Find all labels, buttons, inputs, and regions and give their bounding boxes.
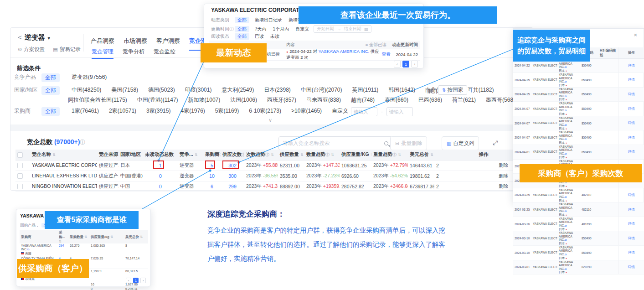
detail-link[interactable]: 详情 [618, 116, 644, 130]
detail-link[interactable]: 详情 [618, 73, 644, 88]
detail-link[interactable]: 详情 [618, 145, 644, 159]
search-icon[interactable] [384, 141, 388, 145]
country-filter-item[interactable]: 西班牙(857) [267, 96, 296, 104]
copy-icon[interactable]: ⧉ [565, 196, 567, 198]
col-product[interactable]: 竞争... ⇅ [178, 150, 203, 160]
buyer-count-item[interactable]: 6-10家(2173) [249, 107, 281, 115]
custom-max-input[interactable] [386, 107, 413, 116]
filter-option[interactable]: 7天内 [255, 26, 267, 32]
detail-link[interactable]: 详情 [618, 202, 644, 217]
company-link[interactable]: YASKAWA AMERICA INC. [319, 49, 370, 54]
current-page[interactable]: 1 [133, 278, 139, 283]
country-filter-item[interactable]: 马来西亚(838) [306, 96, 341, 104]
row-checkbox[interactable] [17, 184, 23, 189]
col-weight[interactable]: 供应重量/KG ⇅ [340, 150, 371, 160]
product-all-chip[interactable]: 全部 [41, 73, 60, 82]
status-all-chip[interactable]: 全部 [235, 33, 249, 40]
buyers-count-link[interactable]: 6 [211, 184, 213, 189]
next-page-button[interactable]: › [411, 61, 418, 67]
time-all-chip[interactable]: 全部 [235, 26, 249, 32]
buyer-count-item[interactable]: 3家(3915) [146, 107, 170, 115]
trade-row[interactable]: 2024-03-01 YASKAWA ELECTRIC CORP...⧉ YAS… [513, 260, 644, 274]
select-all-checkbox[interactable] [17, 152, 23, 158]
col-count-trend[interactable]: 次数趋势ⓘ ⇅ [244, 150, 278, 160]
trade-row[interactable]: 2024-04-15 YASKAWA ELECTRIC CORP...⧉ YAS… [513, 87, 644, 102]
table-row[interactable]: YASKAWA ELECTRIC CORPORATIO⧉ 供应过产... 日本 … [15, 160, 530, 171]
detail-link[interactable]: 详情 [618, 217, 644, 231]
table-row[interactable]: LINEHAUL EXPRESS HK LTD⧉ 供应过产... 中国(香港) … [15, 171, 530, 181]
col-name[interactable]: 竞企名称 ⇅ [30, 150, 97, 160]
buyer-count-item[interactable]: 5家(1169) [215, 107, 239, 115]
col-times[interactable]: 采购... ⇅ [57, 230, 68, 243]
copy-icon[interactable]: ⧉ [565, 210, 567, 212]
country-filter-item[interactable]: 美国(7158) [111, 86, 138, 94]
trade-row[interactable]: 2024-03-10 YASKAWA ELECTRIC CORP...⧉ YAS… [513, 231, 644, 246]
trade-row[interactable]: 2024-04-07 YASKAWA ELECTRIC CORP...⧉ YAS… [513, 130, 644, 145]
copy-icon[interactable]: ⧉ [565, 152, 567, 155]
detail-link[interactable]: 详情 [618, 102, 644, 116]
buyer-count-item[interactable]: >10家(1465) [291, 107, 322, 115]
copy-icon[interactable]: ⧉ [565, 124, 567, 126]
country-filter-item[interactable]: 日本(2398) [264, 86, 291, 94]
copy-icon[interactable]: ⧉ [565, 80, 567, 83]
filter-option[interactable]: 新增出口记录 [255, 17, 282, 23]
product-title[interactable]: 逆变器 [25, 33, 45, 41]
trade-row[interactable]: 2024-03-25 YASKAWA ELECTRIC CORP...⧉ YAS… [513, 202, 644, 217]
country-filter-item[interactable]: 印度(3001) [185, 86, 212, 94]
category-all-chip[interactable]: 全部 [235, 17, 249, 23]
buyer-count-item[interactable]: 4家(1976) [180, 107, 205, 115]
filter-option[interactable]: 1个月内 [273, 26, 289, 32]
country-filter-item[interactable]: 德国(5023) [148, 86, 175, 94]
info-icon[interactable]: ⓘ [80, 139, 85, 145]
country-filter-item[interactable]: 墨西哥(568) [486, 96, 515, 104]
fullscreen-icon[interactable]: ⤢ [493, 139, 498, 147]
col-usd[interactable]: 美元总价 ⇅ [124, 230, 148, 243]
supply-count-link[interactable]: 299 [228, 184, 237, 189]
subtab-competition-analysis[interactable]: 竞争分析 [123, 48, 144, 59]
col-supply[interactable]: 供应次数ⓘ⇅ [221, 150, 244, 160]
trade-row[interactable]: 2024-04-07 YASKAWA ELECTRIC CORP...⧉ YAS… [513, 102, 644, 116]
subtab-competitor-monitor[interactable]: 竞企监控 [154, 48, 175, 59]
trade-row[interactable]: 2024-04-15 YASKAWA ELECTRIC CORP...⧉ YAS… [513, 73, 644, 88]
copy-icon[interactable]: ⧉ [565, 253, 567, 256]
trade-row[interactable]: 2024-03-25 YASKAWA ELECTRIC CORP...⧉ YAS… [513, 188, 644, 202]
custom-columns-button[interactable]: ▥自定义列 [442, 136, 479, 150]
detail-link[interactable]: 详情 [618, 188, 644, 202]
country-filter-item[interactable]: 荷兰(621) [452, 96, 476, 104]
unread-count-link[interactable]: 0 [159, 184, 162, 189]
country-filter-item[interactable]: 中国(香港)(1147) [137, 96, 178, 104]
buyer-count-item[interactable]: 2家(10571) [109, 107, 136, 115]
filter-option[interactable]: 未读 [270, 33, 279, 40]
back-icon[interactable]: < [18, 33, 22, 41]
trade-row[interactable]: 2024-04-01 YASKAWA ELECTRIC CORP...⧉ YAS… [513, 145, 644, 159]
table-row[interactable]: NINGBO INNOVATION ELECTRONI⧉ 供应过产... 中国 … [15, 181, 530, 192]
supply-count-link[interactable]: 300 [228, 173, 237, 179]
times-link[interactable]: 294 [59, 244, 64, 247]
country-filter-item[interactable]: 英国(1911) [352, 86, 379, 94]
trade-records-button[interactable]: ▤贸易记录 [53, 46, 80, 53]
subtab-competitor-manage[interactable]: 竞企管理 [92, 48, 113, 59]
sort-icon[interactable]: ⇅ [52, 153, 56, 157]
country-filter-item[interactable]: 中国(48250) [72, 86, 101, 94]
detail-link[interactable]: 详情 [618, 231, 644, 246]
country-filter-item[interactable]: 越南(748) [351, 96, 375, 104]
chevron-down-icon[interactable]: ▼ [47, 36, 51, 41]
buyer-count-item[interactable]: 1家(76461) [72, 107, 99, 115]
country-filter-item[interactable]: 阿拉伯联合酋长国(1175) [68, 96, 127, 104]
col-qty[interactable]: 采购数量 ⇅ [68, 230, 89, 243]
prev-page-button[interactable]: ‹ [126, 278, 131, 283]
col-weight-trend[interactable]: 重量趋势ⓘ ⇅ [371, 150, 408, 160]
by-country-button[interactable]: ⇅按国家 [438, 85, 467, 95]
filter-item[interactable]: 逆变器(97556) [72, 73, 107, 81]
copy-icon[interactable]: ⧉ [565, 66, 567, 68]
country-filter-item[interactable]: 泰国(660) [385, 96, 408, 104]
row-checkbox[interactable] [17, 163, 23, 168]
date-range-picker[interactable]: 开始日期 → 结束日期 ▦ [314, 25, 371, 33]
current-page[interactable]: 1 [402, 61, 409, 67]
batch-delete-button[interactable]: ⊟批量删除 [390, 136, 427, 150]
country-filter-item[interactable]: 巴西(636) [418, 96, 442, 104]
copy-icon[interactable]: ⧉ [565, 268, 567, 270]
detail-link[interactable]: 详情 [618, 87, 644, 102]
trade-row[interactable]: 2024-03-10 YASKAWA ELECTRIC CORP...⧉ YAS… [513, 246, 644, 260]
copy-icon[interactable]: ⧉ [565, 138, 567, 140]
